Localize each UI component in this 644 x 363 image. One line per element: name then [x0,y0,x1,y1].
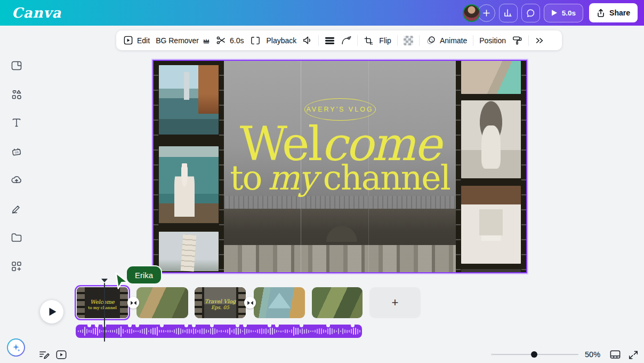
timeline-clip-5[interactable] [312,287,363,318]
playhead[interactable] [104,283,105,342]
object-panel-sidebar: co [0,26,32,363]
sidebar-item-projects[interactable] [10,231,23,244]
bg-remover-label: BG Remover [156,36,199,45]
zoom-slider[interactable] [492,354,578,355]
add-person-icon [482,9,490,17]
comments-button[interactable] [521,4,540,22]
scissors-icon [216,35,226,45]
video-player-icon [55,349,67,360]
zoom-level: 50% [585,350,600,359]
insights-icon [503,8,513,18]
volume-icon [302,35,312,45]
draw-icon [10,202,23,215]
city-front-buildings [224,245,457,272]
transition-icon [130,300,137,306]
sidebar-item-uploads[interactable] [10,173,23,186]
svg-text:co: co [14,150,19,154]
collaborator-label: Erika [126,265,162,285]
transition-icon [247,300,254,306]
divider [419,35,420,46]
clip-1-title: Welcome to my channel [88,296,117,310]
split-icon [250,36,261,45]
photo-reading-in-bed[interactable] [461,186,521,264]
add-clip-button[interactable]: + [369,287,421,318]
clip-strip [120,287,128,318]
divider [357,35,358,46]
volume-button[interactable] [302,35,312,45]
more-tools-button[interactable] [535,36,544,45]
notes-button[interactable] [38,350,50,360]
play-icon [551,9,558,17]
sidebar-item-brand[interactable]: co [10,145,23,158]
video-edit-icon [123,35,133,45]
photo-poolside[interactable] [461,61,521,94]
title-line-2: tomychannel [154,163,526,194]
apps-icon [10,260,23,273]
transparency-button[interactable] [404,36,413,45]
adjust-lines-icon [325,36,335,45]
edit-label: Edit [137,36,150,45]
playback-label: Playback [267,36,297,45]
position-button[interactable]: Position [479,36,506,45]
fullscreen-button[interactable] [628,350,639,360]
animate-button[interactable]: Animate [425,35,467,45]
split-button[interactable] [250,36,261,45]
timeline-clip-2[interactable] [136,287,188,318]
timeline-play-button[interactable] [40,300,63,323]
playback-button[interactable]: Playback [267,36,297,45]
playhead-marker[interactable] [101,279,108,282]
grid-view-button[interactable] [609,349,621,360]
zoom-slider-thumb[interactable] [531,351,537,358]
sidebar-item-elements[interactable] [10,88,23,101]
bg-remover-button[interactable]: BG Remover [156,36,210,45]
motion-path-button[interactable] [341,35,351,45]
elements-icon [10,88,23,101]
trim-duration: 6.0s [230,36,244,45]
sidebar-item-text[interactable] [10,116,23,129]
timeline-view-button[interactable] [55,349,67,360]
adjust-button[interactable] [325,36,335,45]
timeline-clip-1-selected[interactable]: Welcome to my channel [77,287,128,318]
sidebar-item-design[interactable] [10,59,23,72]
sidebar-item-apps[interactable] [10,260,23,273]
share-upload-icon [597,9,605,18]
edit-video-button[interactable]: Edit [123,35,150,45]
avatar[interactable] [463,4,480,22]
copy-style-button[interactable] [512,35,522,46]
clip-3-title: Travel Vlog Eps. 05 [205,295,236,310]
canva-logo[interactable]: Canva [12,5,61,21]
animate-icon [425,35,436,45]
crown-icon [203,37,210,44]
timeline-clip-3[interactable]: Travel Vlog Eps. 05 [195,287,246,318]
top-bar: Canva 5.0s Share [0,0,644,26]
insights-button[interactable] [499,4,518,22]
magic-assistant-button[interactable] [7,338,25,357]
zoom-slider-origin [491,353,493,356]
crop-button[interactable] [364,36,373,45]
divider [397,35,398,46]
audio-track[interactable] [76,325,362,338]
motion-path-icon [341,35,351,45]
trim-button[interactable]: 6.0s [216,35,244,45]
projects-icon [10,231,23,244]
preview-play-button[interactable]: 5.0s [544,4,583,22]
sparkle-icon [11,342,21,353]
audio-waveform [78,325,360,338]
clip-strip [77,287,85,318]
transition-button-2[interactable] [244,297,256,309]
transition-button-1[interactable] [127,297,139,309]
photo-partial [461,269,521,273]
plus-icon: + [392,296,399,310]
timeline-clip-4[interactable] [254,287,305,318]
more-chevrons-icon [535,36,544,45]
flip-button[interactable]: Flip [379,36,391,45]
design-page-canvas[interactable]: AVERY'S VLOG Welcome tomychannel [152,60,527,273]
share-button[interactable]: Share [589,3,638,22]
grid-view-icon [609,349,621,360]
photo-pisa-tower[interactable] [159,232,219,271]
context-toolbar: Edit BG Remover 6.0s Playback [116,30,562,50]
play-icon [49,307,57,317]
sidebar-item-draw[interactable] [10,202,23,215]
notes-icon [38,350,50,360]
canvas-title[interactable]: Welcome tomychannel [154,121,526,194]
